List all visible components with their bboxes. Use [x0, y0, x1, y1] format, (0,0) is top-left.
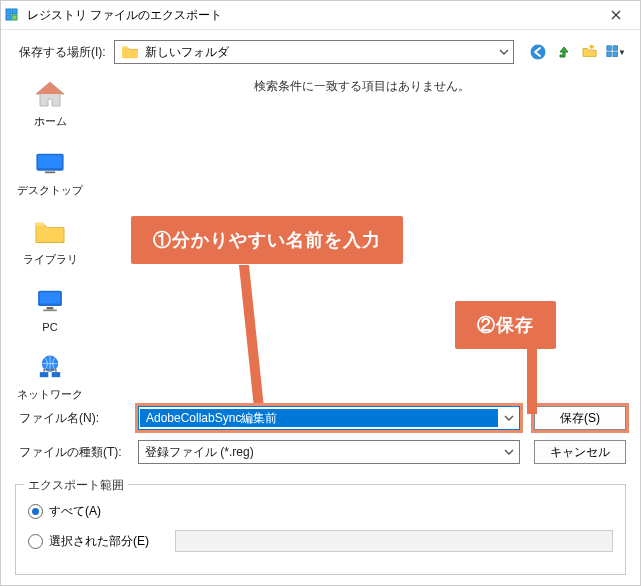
close-button[interactable] — [596, 1, 636, 29]
place-network[interactable]: ネットワーク — [7, 351, 93, 402]
filetype-label: ファイルの種類(T): — [19, 444, 124, 461]
svg-rect-4 — [122, 46, 127, 48]
folder-icon — [121, 45, 139, 59]
place-label: デスクトップ — [17, 183, 83, 198]
window-title: レジストリ ファイルのエクスポート — [27, 7, 596, 24]
svg-rect-8 — [613, 46, 617, 50]
cancel-button-label: キャンセル — [550, 444, 610, 461]
svg-rect-0 — [6, 9, 11, 14]
location-label: 保存する場所(I): — [19, 44, 106, 61]
cancel-button[interactable]: キャンセル — [534, 440, 626, 464]
svg-rect-7 — [607, 46, 611, 50]
radio-all-label: すべて(A) — [49, 503, 101, 520]
filename-value: AdobeCollabSync編集前 — [140, 409, 498, 427]
svg-rect-17 — [47, 307, 54, 310]
place-libraries[interactable]: ライブラリ — [7, 216, 93, 267]
radio-selected[interactable] — [28, 534, 43, 549]
radio-selected-row[interactable]: 選択された部分(E) — [28, 530, 613, 552]
up-button[interactable] — [554, 42, 574, 62]
svg-rect-9 — [607, 52, 611, 56]
svg-rect-16 — [40, 293, 60, 304]
location-value: 新しいフォルダ — [145, 44, 495, 61]
svg-rect-18 — [43, 310, 57, 312]
chevron-down-icon[interactable] — [499, 449, 519, 455]
place-label: PC — [42, 321, 57, 333]
svg-rect-10 — [613, 52, 617, 56]
radio-all-row[interactable]: すべて(A) — [28, 503, 613, 520]
pc-icon — [30, 285, 70, 317]
place-desktop[interactable]: デスクトップ — [7, 147, 93, 198]
home-icon — [30, 78, 70, 110]
svg-rect-14 — [35, 222, 44, 226]
title-bar: レジストリ ファイルのエクスポート — [1, 1, 640, 30]
export-scope-legend: エクスポート範囲 — [24, 477, 128, 494]
svg-rect-21 — [52, 372, 61, 377]
place-label: ネットワーク — [17, 387, 83, 402]
libraries-icon — [30, 216, 70, 248]
filetype-value: 登録ファイル (*.reg) — [139, 444, 499, 461]
svg-point-5 — [531, 45, 546, 60]
filetype-combo[interactable]: 登録ファイル (*.reg) — [138, 440, 520, 464]
selected-branch-input — [175, 530, 613, 552]
place-label: ライブラリ — [23, 252, 78, 267]
save-button-label: 保存(S) — [560, 410, 600, 427]
location-row: 保存する場所(I): 新しいフォルダ — [1, 30, 640, 70]
places-bar: ホーム デスクトップ ライブラリ — [7, 70, 93, 400]
nav-toolbar: ▼ — [528, 42, 626, 62]
browse-area: ホーム デスクトップ ライブラリ — [1, 70, 640, 400]
svg-rect-13 — [45, 172, 55, 174]
desktop-icon — [30, 147, 70, 179]
filename-input[interactable]: AdobeCollabSync編集前 — [138, 406, 520, 430]
view-menu-button[interactable]: ▼ — [606, 42, 626, 62]
new-folder-button[interactable] — [580, 42, 600, 62]
place-label: ホーム — [34, 114, 67, 129]
form-area: ファイル名(N): AdobeCollabSync編集前 保存(S) ファイルの… — [1, 400, 640, 480]
location-combo[interactable]: 新しいフォルダ — [114, 40, 514, 64]
save-button[interactable]: 保存(S) — [534, 406, 626, 430]
radio-selected-label: 選択された部分(E) — [49, 533, 149, 550]
empty-message: 検索条件に一致する項目はありません。 — [97, 78, 626, 95]
svg-rect-3 — [12, 15, 17, 20]
place-pc[interactable]: PC — [7, 285, 93, 333]
filename-label: ファイル名(N): — [19, 410, 124, 427]
chevron-down-icon[interactable] — [499, 415, 519, 421]
chevron-down-icon[interactable] — [495, 49, 513, 55]
radio-all[interactable] — [28, 504, 43, 519]
app-icon — [5, 7, 21, 23]
back-button[interactable] — [528, 42, 548, 62]
svg-rect-20 — [40, 372, 49, 377]
svg-rect-2 — [6, 15, 11, 20]
network-icon — [30, 351, 70, 383]
chevron-down-icon: ▼ — [618, 48, 626, 57]
svg-rect-1 — [12, 9, 17, 14]
file-list-pane[interactable]: 検索条件に一致する項目はありません。 — [97, 70, 626, 400]
svg-rect-12 — [38, 155, 62, 168]
export-scope-group: エクスポート範囲 すべて(A) 選択された部分(E) — [15, 484, 626, 575]
place-home[interactable]: ホーム — [7, 78, 93, 129]
